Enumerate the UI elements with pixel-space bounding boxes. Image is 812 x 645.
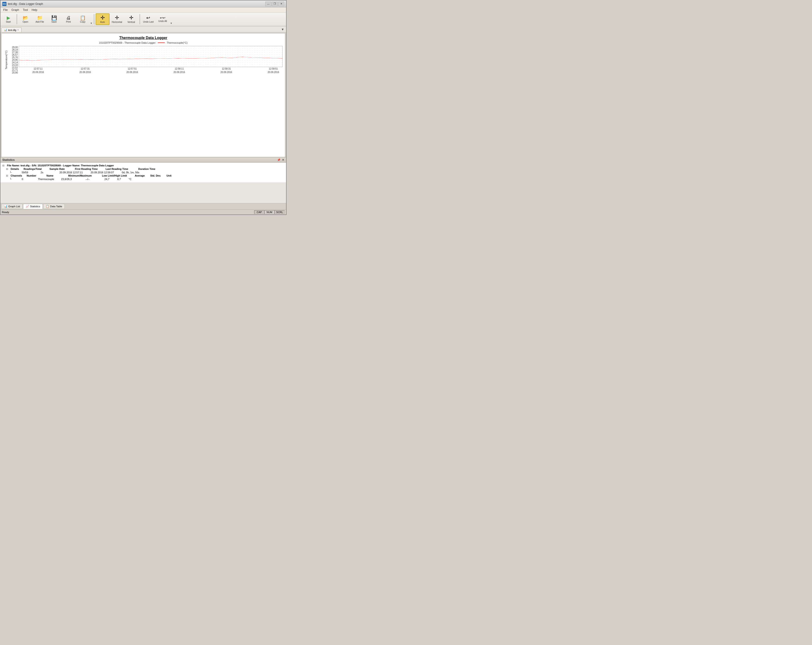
panel-pin-button[interactable]: 📌 bbox=[277, 158, 281, 162]
toolbar: ▶ Start 📂 Open 📁 Add File 💾 Save 🖨 Print… bbox=[0, 12, 286, 26]
stats-file-info-row: ⊟ File Name: test.dlg - S/N: 151020TPT00… bbox=[2, 164, 284, 167]
x-time-label: 12:58:51 bbox=[264, 67, 282, 70]
save-label: Save bbox=[52, 21, 57, 23]
stats-average-label: Average bbox=[135, 174, 145, 177]
y-tick: 28,19 bbox=[9, 49, 18, 51]
y-tick: 24,14 bbox=[9, 61, 18, 64]
cap-indicator: CAP bbox=[254, 210, 264, 214]
start-label: Start bbox=[6, 21, 11, 23]
stats-firstreadingtime-label: First Reading Time bbox=[75, 168, 98, 170]
auto-icon: ✢ bbox=[101, 15, 105, 20]
restore-button[interactable]: ❐ bbox=[272, 2, 278, 6]
addfile-label: Add File bbox=[35, 21, 44, 23]
statistics-panel-header: Statistics 📌 ✕ bbox=[0, 157, 286, 163]
stats-lastreadingtime-label: Last Reading Time bbox=[105, 168, 128, 170]
stats-minmax-label: Minimum/Maximum bbox=[68, 174, 92, 177]
copy-dropdown-arrow[interactable]: ▼ bbox=[90, 22, 92, 24]
tab-statistics[interactable]: 📈 Statistics bbox=[23, 204, 43, 209]
undoall-dropdown-arrow[interactable]: ▼ bbox=[170, 22, 172, 24]
statistics-panel: Statistics 📌 ✕ ⊟ File Name: test.dlg - S… bbox=[0, 157, 286, 203]
x-date-label: 20.09.2016 bbox=[264, 71, 282, 73]
print-label: Print bbox=[66, 21, 71, 23]
open-icon: 📂 bbox=[23, 15, 28, 20]
y-tick: 23,33 bbox=[9, 64, 18, 66]
toolbar-start-button[interactable]: ▶ Start bbox=[2, 14, 15, 25]
y-axis-label: Temperature(°C) bbox=[4, 46, 9, 74]
toolbar-vertical-button[interactable]: ✛ Vertical bbox=[124, 14, 138, 25]
stats-readingstotal-label: Readings/Total bbox=[24, 168, 41, 170]
toolbar-auto-button[interactable]: ✢ Auto bbox=[96, 14, 110, 25]
status-indicators: CAP NUM SCRL bbox=[254, 210, 285, 214]
stats-details-section: ⊟ Details Readings/Total Sample Rate Fir… bbox=[6, 168, 284, 174]
title-bar: DG test.dlg - Data Logger Graph — ❐ ✕ bbox=[0, 0, 286, 8]
tab-data-table[interactable]: 📋 Data Table bbox=[43, 204, 65, 209]
statistics-panel-title: Statistics bbox=[2, 158, 15, 162]
minimize-button[interactable]: — bbox=[265, 2, 271, 6]
undolast-label: Undo Last bbox=[143, 21, 154, 23]
y-tick: 25,76 bbox=[9, 56, 18, 59]
toolbar-addfile-button[interactable]: 📁 Add File bbox=[33, 14, 47, 25]
toolbar-print-button[interactable]: 🖨 Print bbox=[61, 14, 75, 25]
stats-name-value: Thermocouple bbox=[38, 178, 54, 180]
x-time-label: 12:57:11 bbox=[29, 67, 47, 70]
undoall-label: Undo All bbox=[158, 20, 167, 22]
x-date-label: 20.09.2016 bbox=[170, 71, 189, 73]
stats-unit-value: °C bbox=[129, 178, 131, 180]
menu-tool[interactable]: Tool bbox=[21, 8, 30, 12]
menu-bar: File Graph Tool Help bbox=[0, 8, 286, 12]
tree-channels-leaf-icon: └ bbox=[10, 178, 14, 180]
close-button[interactable]: ✕ bbox=[278, 2, 284, 6]
open-label: Open bbox=[23, 21, 28, 23]
stats-number-value: 0 bbox=[22, 178, 23, 180]
toolbar-separator-1 bbox=[17, 14, 17, 24]
undolast-icon: ↩ bbox=[146, 15, 150, 20]
stats-lowhighlimit-value: --/-- bbox=[85, 178, 90, 180]
statistics-tab-icon: 📈 bbox=[26, 205, 29, 208]
tab-dropdown-arrow[interactable]: ▼ bbox=[281, 28, 284, 31]
stats-stddev-value: 0,7 bbox=[117, 178, 121, 180]
stats-details-values-row: └ 59/59 2s 20.09.2016 12:57:11 20.09.201… bbox=[10, 171, 284, 174]
x-date-label: 20.09.2016 bbox=[29, 71, 47, 73]
x-date-label: 20.09.2016 bbox=[217, 71, 235, 73]
toolbar-horizontal-button[interactable]: ✛ Horizontal bbox=[110, 14, 124, 25]
stats-number-label: Number bbox=[27, 174, 37, 177]
tab-testdlg[interactable]: 📊 test.dlg ✕ bbox=[2, 28, 21, 32]
stats-durationtime-value: 0d, 0h, 1m, 56s bbox=[122, 171, 139, 174]
tree-collapse-icon[interactable]: ⊟ bbox=[2, 164, 6, 167]
toolbar-separator-3 bbox=[140, 14, 140, 24]
tree-channels-icon[interactable]: ⊟ bbox=[6, 174, 10, 177]
chart-svg bbox=[19, 46, 282, 67]
toolbar-open-button[interactable]: 📂 Open bbox=[18, 14, 32, 25]
bottom-tabs: 📊 Graph List 📈 Statistics 📋 Data Table bbox=[0, 203, 286, 209]
stats-readingstotal-value: 59/59 bbox=[22, 171, 28, 174]
stats-stddev-label: Std. Dev. bbox=[150, 174, 161, 177]
tree-details-icon[interactable]: ⊟ bbox=[6, 168, 10, 171]
menu-help[interactable]: Help bbox=[30, 8, 39, 12]
chart-plot-area bbox=[19, 46, 282, 67]
window-title: test.dlg - Data Logger Graph bbox=[8, 2, 43, 6]
toolbar-undolast-button[interactable]: ↩ Undo Last bbox=[141, 14, 155, 25]
stats-average-value: 24,7 bbox=[104, 178, 109, 180]
vertical-icon: ✛ bbox=[129, 15, 133, 20]
tab-close-icon[interactable]: ✕ bbox=[17, 29, 19, 31]
toolbar-save-button[interactable]: 💾 Save bbox=[47, 14, 61, 25]
toolbar-copy-button[interactable]: 📋 Copy bbox=[76, 14, 90, 25]
menu-file[interactable]: File bbox=[2, 8, 9, 12]
copy-label: Copy bbox=[80, 21, 85, 23]
panel-close-button[interactable]: ✕ bbox=[282, 158, 284, 162]
auto-label: Auto bbox=[100, 21, 105, 23]
x-date-label: 20.09.2016 bbox=[76, 71, 95, 73]
stats-name-label: Name bbox=[46, 174, 53, 177]
copy-icon: 📋 bbox=[80, 15, 86, 20]
stats-details-label: Details bbox=[11, 168, 19, 170]
x-axis: 12:57:1112:57:3112:57:5112:58:1112:58:31… bbox=[29, 67, 282, 74]
toolbar-separator-2 bbox=[94, 14, 94, 24]
stats-channels-section: ⊟ Channels Number Name Minimum/Maximum L… bbox=[6, 174, 284, 180]
scrl-indicator: SCRL bbox=[275, 210, 285, 214]
toolbar-undoall-button[interactable]: ↩↩ Undo All bbox=[156, 14, 169, 25]
y-tick: 22,52 bbox=[9, 66, 18, 69]
save-icon: 💾 bbox=[51, 15, 57, 20]
menu-graph[interactable]: Graph bbox=[9, 8, 21, 12]
tab-graph-list[interactable]: 📊 Graph List bbox=[2, 204, 23, 209]
stats-channels-header-row: ⊟ Channels Number Name Minimum/Maximum L… bbox=[6, 174, 284, 177]
